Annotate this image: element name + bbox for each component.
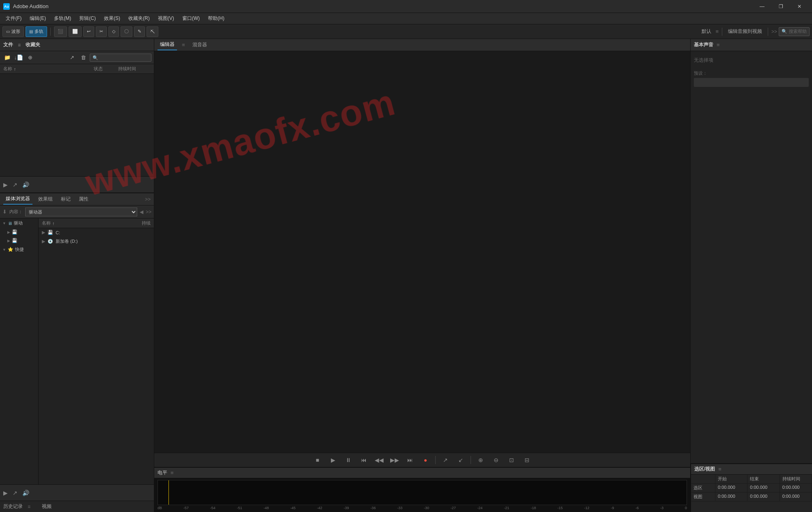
media-item-d[interactable]: ▶ 💿 新加卷 (D:) [39,237,154,246]
tab-properties[interactable]: 属性 [76,194,91,204]
col-state-label: 状态 [94,66,118,72]
tool-btn-5[interactable]: ◇ [108,26,119,37]
right-panel: 基本声音 ≡ 无选择项 预设： 选区/视图 ≡ 开始 结束 持续时间 [690,39,812,512]
level-menu-icon[interactable]: ≡ [171,470,174,476]
new-folder-btn[interactable]: 📁 [2,53,12,62]
level-panel: 电平 ≡ dB -57 -54 -51 -48 -45 -42 -39 -36 [154,467,690,512]
add-btn[interactable]: ⊕ [25,53,35,62]
menu-favorites[interactable]: 收藏夹(R) [124,13,154,24]
sel-row-duration[interactable]: 0:00.000 [780,484,812,493]
pause-btn[interactable]: ⏸ [343,454,354,466]
selection-menu-icon[interactable]: ≡ [718,466,721,472]
tree-item-unknown1[interactable]: ▶ 💾 [0,228,38,236]
tab-media-browser[interactable]: 媒体浏览器 [3,194,32,205]
skip-forward-btn[interactable]: ⏭ [404,454,416,466]
history-menu-icon[interactable]: ≡ [28,504,30,510]
history-bar: 历史记录 ≡ 视频 [0,501,154,512]
files-list-header: 名称 ↑ 状态 持续时间 [0,64,154,74]
zoom-out-time-btn[interactable]: ⊖ [490,454,502,466]
content-select[interactable]: 驱动器 [25,207,137,216]
files-footer: ▶ ↗ 🔊 [0,176,154,192]
sub-panel-header: 媒体浏览器 效果组 标记 属性 >> [0,193,154,205]
maximize-button[interactable]: ❐ [771,0,790,13]
menu-file[interactable]: 文件(F) [2,13,26,24]
level-title: 电平 [158,469,167,476]
drives-chevron: ▼ [2,221,6,225]
volume-btn[interactable]: 🔊 [22,181,29,188]
more-tabs-icon[interactable]: >> [145,197,151,202]
zoom-fit-btn[interactable]: ⊡ [506,454,517,466]
export-btn[interactable]: ↗ [13,181,17,188]
zoom-full-btn[interactable]: ⊟ [521,454,533,466]
tool-btn-7[interactable]: ✎ [134,26,145,37]
level-meter [158,480,687,505]
files-toolbar: 📁 ↓📄 ⊕ ↗ 🗑 [0,51,154,64]
bottom-right-panel: 选区/视图 ≡ 开始 结束 持续时间 选区 0:00.000 0:00.000 … [691,463,812,512]
media-volume-btn[interactable]: 🔊 [22,490,29,496]
tool-btn-3[interactable]: ↩ [83,26,94,37]
skip-back-btn[interactable]: ⏮ [358,454,369,466]
sel-row-end[interactable]: 0:00.000 [747,484,780,493]
menu-clip[interactable]: 剪辑(C) [75,13,100,24]
loop-in-btn[interactable]: ↙ [455,454,466,466]
editor-menu-icon[interactable]: ≡ [182,42,185,48]
tab-mixer[interactable]: 混音器 [190,40,209,50]
zoom-in-time-btn[interactable]: ⊕ [475,454,486,466]
right-col-name: 名称 [42,220,51,226]
tool-btn-4[interactable]: ✂ [96,26,107,37]
collections-title: 收藏夹 [26,41,40,48]
toolbar-sep-3 [768,28,768,36]
view-row-start[interactable]: 0:00.000 [715,493,747,501]
tab-effects-rack[interactable]: 效果组 [36,194,55,204]
sel-row-start[interactable]: 0:00.000 [715,484,747,493]
menu-edit[interactable]: 编辑(E) [26,13,50,24]
tree-item-unknown2[interactable]: ▶ 💾 [0,236,38,245]
menu-effects[interactable]: 效果(S) [100,13,124,24]
sel-header-duration: 持续时间 [780,475,812,484]
tab-editor[interactable]: 编辑器 [158,39,177,50]
files-delete-btn[interactable]: 🗑 [78,53,88,62]
close-button[interactable]: ✕ [790,0,809,13]
tree-shortcuts-root[interactable]: ▼ ⭐ 快捷 [0,245,38,254]
files-panel-header: 文件 ≡ 收藏夹 [0,39,154,51]
view-row-duration[interactable]: 0:00.000 [780,493,812,501]
media-play-btn[interactable]: ▶ [3,490,8,496]
multitrack-mode-btn[interactable]: ▤ 多轨 [26,26,47,37]
loop-out-btn[interactable]: ↗ [440,454,451,466]
menu-view[interactable]: 视图(V) [154,13,178,24]
files-menu-icon[interactable]: ≡ [18,42,21,48]
media-toolbar: ⬇ 内容： 驱动器 ◀ >> [0,205,154,218]
play-btn[interactable]: ▶ [327,454,339,466]
waveform-mode-btn[interactable]: ▭ 波形 [2,26,24,37]
files-export-btn[interactable]: ↗ [67,53,77,62]
minimize-button[interactable]: — [753,0,771,13]
tool-btn-8[interactable]: ⛏ [147,26,158,37]
tool-btn-6[interactable]: 〇 [121,26,132,37]
expand-icon[interactable]: >> [146,209,151,215]
tree-drives-root[interactable]: ▼ 🖥 驱动 [0,218,38,228]
media-item-c[interactable]: ▶ 💾 C: [39,228,154,237]
menu-window[interactable]: 窗口(W) [178,13,204,24]
tool-btn-1[interactable]: ⬛ [54,26,67,37]
tab-markers[interactable]: 标记 [58,194,73,204]
import-btn[interactable]: ↓📄 [14,53,24,62]
edit-video-label: 编辑音频到视频 [726,28,764,35]
basic-sound-menu-icon[interactable]: ≡ [717,42,720,48]
expand-btn[interactable]: >> [771,29,777,35]
tool-btn-2[interactable]: ⬜ [69,26,82,37]
col-duration-label: 持续时间 [118,66,151,72]
files-search[interactable] [90,54,151,62]
rewind-btn[interactable]: ◀◀ [374,454,385,466]
play-btn[interactable]: ▶ [3,181,8,188]
transport-sep-2 [471,456,471,464]
forward-btn[interactable]: ▶▶ [389,454,400,466]
default-menu-icon[interactable]: ≡ [715,28,719,35]
toolbar: ▭ 波形 ▤ 多轨 ⬛ ⬜ ↩ ✂ ◇ 〇 ✎ ⛏ 默认 ≡ 编辑音频到视频 >… [0,24,812,39]
record-btn[interactable]: ● [420,454,431,466]
stop-btn[interactable]: ■ [312,454,323,466]
menu-help[interactable]: 帮助(H) [204,13,229,24]
view-row-end[interactable]: 0:00.000 [747,493,780,501]
nav-back-icon[interactable]: ◀ [140,209,143,215]
menu-multitrack[interactable]: 多轨(M) [50,13,75,24]
media-export-btn[interactable]: ↗ [13,490,17,496]
